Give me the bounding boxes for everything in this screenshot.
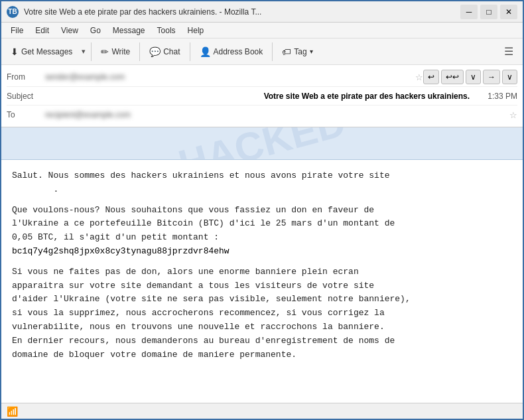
title-bar: TB Votre site Web a ete pirate par des h… xyxy=(1,1,523,23)
address-book-icon: 👤 xyxy=(200,46,211,57)
from-label: From xyxy=(7,72,45,82)
reply-all-button[interactable]: ↩↩ xyxy=(441,70,464,84)
menu-edit[interactable]: Edit xyxy=(30,25,54,36)
to-label: To xyxy=(7,110,45,119)
maximize-button[interactable]: □ xyxy=(480,5,497,19)
toolbar-divider-4 xyxy=(272,42,273,61)
write-icon: ✏ xyxy=(101,46,109,57)
from-value: sender@example.com xyxy=(45,72,411,82)
subject-row: Subject Votre site Web a ete pirate par … xyxy=(7,87,517,105)
to-value: recipient@example.com xyxy=(45,110,505,119)
chat-label: Chat xyxy=(163,47,180,56)
watermark-line3 xyxy=(8,147,516,155)
toolbar-divider-1 xyxy=(91,42,92,61)
get-messages-button[interactable]: ⬇ Get Messages xyxy=(5,44,78,60)
tag-dropdown-arrow: ▾ xyxy=(310,48,313,55)
minimize-button[interactable]: ─ xyxy=(460,5,478,19)
menu-help[interactable]: Help xyxy=(182,25,210,36)
subject-prefix xyxy=(45,92,264,101)
menu-bar: File Edit View Go Message Tools Help xyxy=(1,23,523,38)
email-header: From sender@example.com ☆ ↩ ↩↩ ∨ → ∨ Sub… xyxy=(1,65,523,127)
header-action-buttons: ↩ ↩↩ ∨ → ∨ xyxy=(423,70,517,84)
from-star-icon[interactable]: ☆ xyxy=(415,72,423,82)
main-window: TB Votre site Web a ete pirate par des h… xyxy=(0,0,524,420)
menu-view[interactable]: View xyxy=(56,25,84,36)
body-para1: Que voulons-nous? Nous souhaitons que vo… xyxy=(12,204,512,259)
email-body: Salut. Nous sommes des hackers ukrainien… xyxy=(1,160,523,403)
body-site-name xyxy=(12,184,53,194)
close-button[interactable]: ✕ xyxy=(500,5,517,19)
subject-label: Subject xyxy=(7,92,45,101)
body-greeting: Salut. Nous sommes des hackers ukrainien… xyxy=(12,169,512,197)
watermark-banner: HACKED xyxy=(1,127,523,160)
tag-button[interactable]: 🏷 Tag ▾ xyxy=(277,44,318,60)
to-star-icon[interactable]: ☆ xyxy=(509,110,517,120)
get-messages-icon: ⬇ xyxy=(11,46,19,57)
window-title: Votre site Web a ete pirate par des hack… xyxy=(24,7,261,17)
from-row: From sender@example.com ☆ ↩ ↩↩ ∨ → ∨ xyxy=(7,68,517,87)
hamburger-button[interactable]: ☰ xyxy=(499,42,519,60)
menu-message[interactable]: Message xyxy=(107,25,151,36)
watermark-line2 xyxy=(8,139,516,147)
body-para2: Si vous ne faites pas de don, alors une … xyxy=(12,265,512,362)
write-button[interactable]: ✏ Write xyxy=(96,44,135,60)
write-label: Write xyxy=(111,47,130,56)
address-book-button[interactable]: 👤 Address Book xyxy=(194,44,269,60)
window-controls: ─ □ ✕ xyxy=(460,5,517,19)
forward-button[interactable]: → xyxy=(483,70,500,84)
menu-go[interactable]: Go xyxy=(85,25,106,36)
tag-icon: 🏷 xyxy=(282,46,291,57)
to-row: To recipient@example.com ☆ xyxy=(7,105,517,124)
chat-icon: 💬 xyxy=(149,46,161,57)
app-icon: TB xyxy=(7,6,19,18)
tag-label: Tag xyxy=(294,47,306,56)
get-messages-dropdown[interactable]: ▾ xyxy=(80,44,87,58)
chevron-down-button[interactable]: ∨ xyxy=(466,70,481,84)
bitcoin-address: bc1q7y4g2shq8jpx0x8cy3tynagu88jprzdvr84e… xyxy=(12,246,229,256)
get-messages-label: Get Messages xyxy=(21,47,72,56)
toolbar-divider-3 xyxy=(190,42,190,61)
menu-tools[interactable]: Tools xyxy=(152,25,181,36)
toolbar-right: ☰ xyxy=(499,42,519,60)
reply-button[interactable]: ↩ xyxy=(423,70,439,84)
address-book-label: Address Book xyxy=(214,47,263,56)
body-greeting-text: Salut. Nous sommes des hackers ukrainien… xyxy=(12,171,390,180)
menu-file[interactable]: File xyxy=(5,25,29,36)
more-actions-button[interactable]: ∨ xyxy=(502,70,517,84)
chat-button[interactable]: 💬 Chat xyxy=(144,44,185,60)
toolbar: ⬇ Get Messages ▾ ✏ Write 💬 Chat 👤 Addres… xyxy=(1,38,523,65)
subject-text: Votre site Web a ete pirate par des hack… xyxy=(264,92,483,101)
watermark-line1 xyxy=(8,131,516,139)
status-bar: 📶 xyxy=(1,403,523,419)
signal-icon: 📶 xyxy=(7,406,18,417)
toolbar-divider-2 xyxy=(139,42,140,61)
title-bar-left: TB Votre site Web a ete pirate par des h… xyxy=(7,6,261,18)
time-label: 1:33 PM xyxy=(488,92,517,101)
